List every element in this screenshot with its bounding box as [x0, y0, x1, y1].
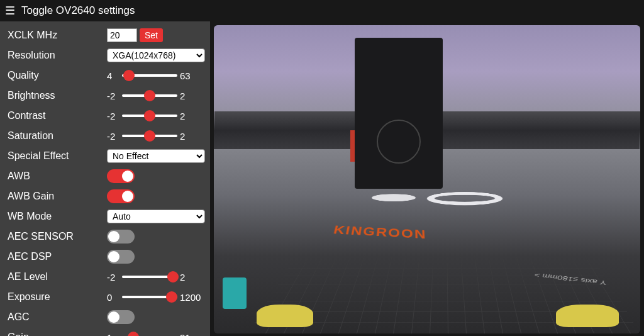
contrast-thumb[interactable] [144, 110, 155, 121]
label-wb-mode: WB Mode [8, 211, 107, 222]
label-ae-level: AE Level [8, 271, 107, 283]
xclk-input[interactable] [107, 28, 137, 42]
teal-part [223, 277, 247, 309]
aec-sensor-toggle[interactable] [107, 230, 135, 244]
row-special-effect: Special Effect No Effect [8, 148, 203, 164]
brightness-thumb[interactable] [144, 90, 155, 101]
saturation-max: 2 [180, 131, 203, 142]
printer-head [355, 38, 443, 189]
resolution-select[interactable]: XGA(1024x768) [107, 48, 205, 62]
label-saturation: Saturation [8, 130, 107, 142]
label-special-effect: Special Effect [8, 150, 107, 162]
row-brightness: Brightness -2 2 [8, 88, 203, 103]
contrast-slider[interactable] [122, 115, 177, 117]
awb-gain-toggle[interactable] [107, 189, 135, 203]
label-agc: AGC [8, 311, 107, 323]
saturation-min: -2 [107, 131, 119, 142]
camera-preview: KINGROON Y axis ≤180mm > [214, 25, 640, 333]
row-awb-gain: AWB Gain [8, 189, 203, 204]
xclk-set-button[interactable]: Set [140, 28, 163, 42]
row-ae-level: AE Level -2 2 [8, 269, 203, 284]
quality-min: 4 [107, 70, 119, 81]
ae-level-thumb[interactable] [167, 271, 179, 283]
label-resolution: Resolution [8, 50, 107, 61]
ae-level-max: 2 [180, 272, 203, 283]
label-exposure: Exposure [8, 291, 107, 303]
bed-support-left [257, 305, 313, 327]
quality-thumb[interactable] [123, 70, 135, 81]
printed-ring [425, 192, 504, 205]
label-quality: Quality [8, 70, 107, 81]
label-awb: AWB [8, 171, 107, 182]
label-xclk: XCLK MHz [8, 30, 107, 41]
row-gain: Gain 1x 31x [8, 330, 203, 336]
gain-max: 31x [180, 332, 203, 337]
row-exposure: Exposure 0 1200 [8, 289, 203, 305]
contrast-min: -2 [107, 111, 119, 121]
special-effect-select[interactable]: No Effect [107, 149, 205, 163]
row-aec-dsp: AEC DSP [8, 249, 203, 264]
row-agc: AGC [8, 310, 203, 325]
row-resolution: Resolution XGA(1024x768) [8, 48, 203, 63]
row-quality: Quality 4 63 [8, 68, 203, 83]
wb-mode-select[interactable]: Auto [107, 210, 205, 223]
exposure-thumb[interactable] [166, 291, 177, 303]
quality-max: 63 [180, 70, 203, 81]
exposure-slider[interactable] [122, 296, 177, 298]
exposure-max: 1200 [180, 292, 203, 303]
exposure-min: 0 [107, 292, 119, 303]
header-title: Toggle OV2640 settings [21, 4, 135, 17]
agc-toggle[interactable] [107, 310, 135, 324]
saturation-slider[interactable] [122, 135, 177, 137]
brightness-max: 2 [180, 91, 203, 101]
saturation-thumb[interactable] [144, 130, 155, 142]
label-awb-gain: AWB Gain [8, 191, 107, 202]
row-awb: AWB [8, 169, 203, 184]
ae-level-slider[interactable] [122, 276, 177, 278]
label-aec-sensor: AEC SENSOR [8, 231, 107, 242]
contrast-max: 2 [180, 111, 203, 121]
gain-min: 1x [107, 332, 119, 337]
label-gain: Gain [8, 332, 107, 336]
brightness-min: -2 [107, 91, 119, 101]
content: XCLK MHz Set Resolution XGA(1024x768) Qu… [0, 21, 644, 336]
awb-toggle[interactable] [107, 169, 135, 183]
label-brightness: Brightness [8, 90, 107, 101]
bed-support-right [556, 305, 619, 327]
row-saturation: Saturation -2 2 [8, 128, 203, 143]
row-wb-mode: WB Mode Auto [8, 209, 203, 224]
label-contrast: Contrast [8, 110, 107, 121]
aec-dsp-toggle[interactable] [107, 250, 135, 264]
quality-slider[interactable] [122, 74, 177, 77]
ae-level-min: -2 [107, 272, 119, 283]
header: ☰ Toggle OV2640 settings [0, 0, 644, 21]
row-contrast: Contrast -2 2 [8, 108, 203, 123]
hamburger-icon[interactable]: ☰ [5, 4, 15, 18]
row-aec-sensor: AEC SENSOR [8, 229, 203, 244]
gain-thumb[interactable] [128, 332, 139, 336]
row-xclk: XCLK MHz Set [8, 28, 203, 43]
label-aec-dsp: AEC DSP [8, 251, 107, 262]
bed-brand-label: KINGROON [332, 223, 427, 242]
printed-disc [371, 194, 416, 201]
fan-grill-icon [377, 120, 421, 164]
settings-panel: XCLK MHz Set Resolution XGA(1024x768) Qu… [0, 21, 210, 336]
brightness-slider[interactable] [122, 94, 177, 97]
